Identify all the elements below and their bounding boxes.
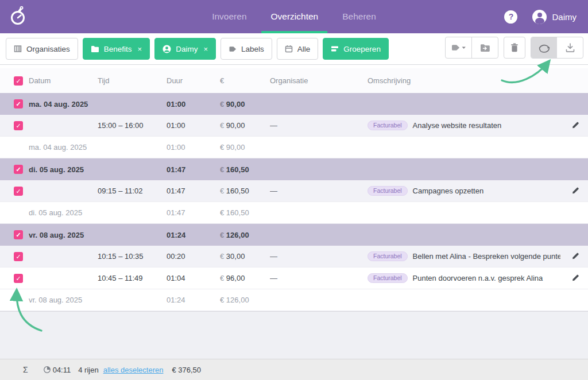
person-icon xyxy=(163,45,171,53)
groeperen-button[interactable]: Groeperen xyxy=(323,38,389,60)
download-export-icon[interactable] xyxy=(557,37,583,58)
edit-pencil-icon[interactable] xyxy=(571,186,580,196)
cell-euro: € 160,50 xyxy=(220,208,270,217)
cell-euro: € 126,00 xyxy=(220,231,270,239)
cell-duur: 01:47 xyxy=(167,165,220,174)
table-row-group[interactable]: ✓di. 05 aug. 202501:47€ 160,50 xyxy=(0,158,588,180)
cell-omschrijving: FacturabelBellen met Alina - Bespreken v… xyxy=(368,251,560,262)
cell-duur: 01:24 xyxy=(167,296,220,304)
cell-tijd: 10:45 – 11:49 xyxy=(98,274,167,282)
edit-pencil-icon[interactable] xyxy=(571,251,580,262)
row-checkbox[interactable]: ✓ xyxy=(14,121,23,130)
main-nav: Invoeren Overzichten Beheren xyxy=(203,0,385,33)
daimy-filter-label: Daimy xyxy=(176,45,198,53)
row-checkbox[interactable]: ✓ xyxy=(14,252,23,261)
alle-filter-label: Alle xyxy=(297,45,311,53)
cell-tijd: 15:00 – 16:00 xyxy=(98,121,167,130)
column-header-duur[interactable]: Duur xyxy=(167,76,220,85)
table-row-detail[interactable]: ✓10:45 – 11:4901:04€ 96,00—FacturabelPun… xyxy=(0,267,588,289)
table-row-detail[interactable]: ✓15:00 – 16:0001:00€ 90,00—FacturabelAna… xyxy=(0,115,588,137)
row-checkbox[interactable]: ✓ xyxy=(14,99,23,108)
cell-euro: € 160,50 xyxy=(220,165,270,174)
edit-pencil-icon[interactable] xyxy=(571,121,580,131)
description-text: Punten doorvoeren n.a.v. gesprek Alina xyxy=(413,274,543,282)
cell-duur: 01:24 xyxy=(167,231,220,239)
daimy-remove-icon[interactable]: × xyxy=(203,45,208,53)
time-entries-table: ✓ Datum Tijd Duur € Organisatie Omschrij… xyxy=(0,68,588,311)
table-header-row: ✓ Datum Tijd Duur € Organisatie Omschrij… xyxy=(0,68,588,93)
table-row-detail[interactable]: ✓10:15 – 10:3500:20€ 30,00—FacturabelBel… xyxy=(0,246,588,267)
edit-pencil-icon[interactable] xyxy=(571,273,580,284)
cell-euro: € 160,50 xyxy=(220,187,270,195)
clock-icon xyxy=(43,366,51,374)
delete-button[interactable] xyxy=(504,37,525,59)
cell-datum: ma. 04 aug. 2025 xyxy=(29,100,98,108)
help-icon[interactable]: ? xyxy=(504,10,517,24)
move-to-folder-button[interactable] xyxy=(472,37,498,58)
tag-icon xyxy=(229,45,237,53)
table-body: ✓ma. 04 aug. 202501:00€ 90,00✓15:00 – 16… xyxy=(0,93,588,311)
table-row-subtotal[interactable]: vr. 08 aug. 202501:24€ 126,00 xyxy=(0,289,588,311)
column-header-euro[interactable]: € xyxy=(220,76,270,85)
cell-omschrijving: FacturabelAnalyse website resultaten xyxy=(368,121,560,131)
facturabel-badge: Facturabel xyxy=(368,186,408,196)
facturabel-badge: Facturabel xyxy=(368,121,408,131)
cell-euro: € 96,00 xyxy=(220,274,270,282)
column-header-omschrijving[interactable]: Omschrijving xyxy=(368,76,560,85)
labels-filter-button[interactable]: Labels xyxy=(220,38,272,60)
cell-duur: 01:47 xyxy=(167,187,220,195)
selected-row-count: 4 rijen xyxy=(78,366,98,374)
table-empty-area xyxy=(0,311,588,359)
row-checkbox[interactable]: ✓ xyxy=(14,230,23,239)
table-row-subtotal[interactable]: di. 05 aug. 202501:47€ 160,50 xyxy=(0,202,588,224)
cell-datum: ma. 04 aug. 2025 xyxy=(29,143,98,152)
cell-euro: € 90,00 xyxy=(220,100,270,108)
cell-organisatie: — xyxy=(270,252,368,261)
user-menu[interactable]: Daimy xyxy=(532,10,577,24)
daimy-filter-chip[interactable]: Daimy × xyxy=(154,38,216,60)
column-header-datum[interactable]: Datum xyxy=(29,76,98,85)
select-all-checkbox[interactable]: ✓ xyxy=(14,76,23,86)
stopwatch-logo-icon[interactable] xyxy=(8,6,29,28)
cell-euro: € 126,00 xyxy=(220,296,270,304)
nav-tab-invoeren[interactable]: Invoeren xyxy=(203,0,256,33)
table-row-detail[interactable]: ✓09:15 – 11:0201:47€ 160,50—FacturabelCa… xyxy=(0,180,588,202)
table-row-subtotal[interactable]: ma. 04 aug. 202501:00€ 90,00 xyxy=(0,137,588,158)
groeperen-label: Groeperen xyxy=(343,45,381,53)
cell-tijd: 10:15 – 10:35 xyxy=(98,252,167,261)
nav-tab-beheren[interactable]: Beheren xyxy=(333,0,385,33)
assign-label-dropdown-button[interactable] xyxy=(446,37,471,58)
cell-organisatie: — xyxy=(270,187,368,195)
cell-duur: 01:47 xyxy=(167,208,220,217)
cell-duur: 01:00 xyxy=(167,121,220,130)
description-text: Analyse website resultaten xyxy=(413,121,502,130)
group-bars-icon xyxy=(331,45,339,52)
cell-omschrijving: FacturabelCampagnes opzetten xyxy=(368,186,560,196)
total-time: 04:11 xyxy=(53,366,71,374)
deselect-all-link[interactable]: alles deselecteren xyxy=(103,366,164,374)
cell-duur: 01:04 xyxy=(167,274,220,282)
row-checkbox[interactable]: ✓ xyxy=(14,187,23,196)
benefits-filter-chip[interactable]: Benefits × xyxy=(83,38,150,60)
nav-tab-overzichten[interactable]: Overzichten xyxy=(262,0,328,33)
table-row-group[interactable]: ✓vr. 08 aug. 202501:24€ 126,00 xyxy=(0,224,588,246)
organisaties-filter-button[interactable]: Organisaties xyxy=(6,38,78,60)
alle-period-filter-button[interactable]: Alle xyxy=(277,38,319,60)
cell-duur: 01:00 xyxy=(167,143,220,152)
benefits-remove-icon[interactable]: × xyxy=(138,45,142,53)
cell-tijd: 09:15 – 11:02 xyxy=(98,187,167,195)
facturabel-badge: Facturabel xyxy=(368,273,408,284)
row-checkbox[interactable]: ✓ xyxy=(14,165,23,174)
benefits-filter-label: Benefits xyxy=(104,45,132,53)
column-header-organisatie[interactable]: Organisatie xyxy=(270,76,368,85)
column-header-tijd[interactable]: Tijd xyxy=(98,76,167,85)
cell-organisatie: — xyxy=(270,121,368,130)
table-row-group[interactable]: ✓ma. 04 aug. 202501:00€ 90,00 xyxy=(0,93,588,115)
report-view-icon[interactable] xyxy=(531,37,557,58)
total-amount: € 376,50 xyxy=(172,366,201,374)
description-text: Bellen met Alina - Bespreken volgende pu… xyxy=(413,252,560,261)
labels-filter-label: Labels xyxy=(241,45,264,53)
cell-euro: € 30,00 xyxy=(220,252,270,261)
row-checkbox[interactable]: ✓ xyxy=(14,274,23,283)
user-name: Daimy xyxy=(552,12,577,22)
